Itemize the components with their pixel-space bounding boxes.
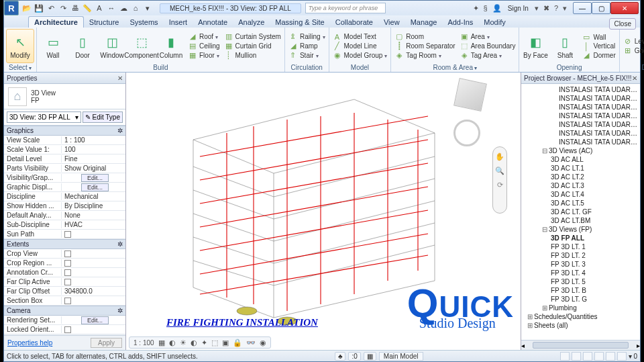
circ-ramp[interactable]: ◢Ramp — [287, 42, 327, 50]
sync-icon[interactable]: ☁ — [118, 3, 129, 13]
prop-row[interactable]: Sun Path — [4, 230, 125, 239]
tree-node[interactable]: INSTALASI TATA UDARA LT. 1 — [521, 85, 640, 94]
help-caret-icon[interactable]: ▾ — [561, 4, 568, 13]
help-icon[interactable]: ? — [553, 4, 559, 12]
room-area[interactable]: ▣Area — [458, 32, 517, 41]
text-icon[interactable]: A — [94, 3, 105, 13]
tree-node[interactable]: FP 3D LT. 3 — [521, 260, 640, 269]
maximize-button[interactable]: ▢ — [592, 2, 610, 14]
exchange-icon[interactable]: ✖ — [542, 4, 551, 13]
tree-node[interactable]: 3D AC LT. GF — [521, 208, 640, 216]
model-model-group[interactable]: ◉Model Group — [331, 51, 389, 60]
ribbon-close-button[interactable]: Close — [609, 18, 636, 30]
drag-elements-icon[interactable] — [606, 352, 615, 361]
project-browser-close-icon[interactable]: ✕ — [632, 75, 637, 82]
redo-icon[interactable]: ↷ — [58, 3, 68, 13]
filter-icon[interactable] — [617, 352, 627, 361]
tree-node[interactable]: 3D AC LT.3 — [521, 181, 640, 190]
window-button[interactable]: ◫Window — [98, 29, 126, 63]
properties-close-icon[interactable]: ✕ — [117, 75, 123, 82]
save-icon[interactable]: 💾 — [34, 3, 44, 13]
type-selector[interactable]: 3D View: 3D FP ALL▾ — [7, 111, 81, 123]
select-links-icon[interactable] — [560, 352, 570, 361]
tab-structure[interactable]: Structure — [84, 17, 125, 28]
tree-node[interactable]: 3D FP ALL — [521, 234, 640, 242]
tree-node[interactable]: 3D AC ALL — [521, 155, 640, 164]
prop-row[interactable]: Annotation Cr... — [4, 268, 125, 277]
prop-row[interactable]: Crop Region ... — [4, 259, 125, 268]
temp-hide-icon[interactable]: 👓 — [246, 338, 256, 347]
detail-level-icon[interactable]: ▦ — [158, 338, 165, 347]
prop-row[interactable]: Scale Value 1:100 — [4, 145, 125, 154]
edit-type-button[interactable]: ✎Edit Type — [83, 111, 123, 123]
reveal-icon[interactable]: ◉ — [260, 338, 266, 347]
select-underlay-icon[interactable] — [572, 352, 581, 361]
room-room-separator[interactable]: ┋Room Separator — [393, 42, 456, 50]
group-title-select[interactable]: Select — [9, 64, 32, 71]
select-face-icon[interactable] — [594, 352, 604, 361]
tab-manage[interactable]: Manage — [405, 17, 443, 28]
tab-systems[interactable]: Systems — [124, 17, 163, 28]
build-roof[interactable]: ◢Roof — [186, 32, 221, 41]
signin-caret-icon[interactable]: ▾ — [533, 4, 540, 13]
tree-node[interactable]: ⊞Plumbing — [521, 304, 640, 312]
user-icon[interactable]: 👤 — [491, 4, 503, 13]
build-ceiling[interactable]: ▤Ceiling — [186, 42, 221, 50]
tree-node[interactable]: 3D AC LT.1 — [521, 164, 640, 173]
tree-node[interactable]: ⊞Schedules/Quantities — [521, 312, 640, 321]
close-button[interactable]: ✕ — [610, 2, 639, 14]
build-curtain-grid[interactable]: ▦Curtain Grid — [223, 42, 282, 50]
group-title-room-area[interactable]: Room & Area — [433, 64, 478, 71]
build-curtain-system[interactable]: ▥Curtain System — [223, 32, 282, 41]
navigation-bar[interactable]: ✋🔍⟳ — [492, 146, 507, 214]
prop-row[interactable]: Detail LevelFine — [4, 154, 125, 164]
build-floor[interactable]: ▦Floor — [186, 51, 221, 60]
tab-view[interactable]: View — [378, 17, 405, 28]
tree-node[interactable]: ⊟3D Views (AC) — [521, 146, 640, 155]
tree-node[interactable]: INSTALASI TATA UDARA LT. 3 — [521, 103, 640, 111]
tree-node[interactable]: ⊞Sheets (all) — [521, 321, 640, 330]
prop-row[interactable]: Crop View — [4, 249, 125, 259]
open-dormer[interactable]: ◢Dormer — [580, 51, 616, 60]
build-mullion[interactable]: ┊Mullion — [223, 51, 282, 60]
column-button[interactable]: ▮Column — [157, 29, 185, 63]
prop-row[interactable]: Rendering Set...Edit... — [4, 316, 125, 325]
prop-row[interactable]: Locked Orient... — [4, 325, 125, 334]
app-menu-button[interactable]: R — [4, 1, 19, 15]
tab-analyze[interactable]: Analyze — [233, 17, 270, 28]
checkbox[interactable] — [64, 251, 71, 257]
wall-button[interactable]: ▭Wall — [39, 29, 67, 63]
edit-button[interactable]: Edit... — [81, 316, 109, 324]
tab-collaborate[interactable]: Collaborate — [330, 17, 378, 28]
circ-railing[interactable]: ⇭Railing — [287, 32, 327, 41]
by-face-button[interactable]: ◧By Face — [521, 29, 549, 63]
edit-button[interactable]: Edit... — [81, 174, 109, 182]
prop-row[interactable]: Section Box — [4, 296, 125, 306]
project-tree[interactable]: INSTALASI TATA UDARA LT. 1INSTALASI TATA… — [521, 84, 640, 340]
sign-in-link[interactable]: Sign In — [505, 5, 531, 12]
edit-button[interactable]: Edit... — [81, 183, 109, 191]
tree-node[interactable]: FP 3D LT. B — [521, 286, 640, 295]
prop-section-extents[interactable]: Extents✲ — [4, 239, 125, 249]
tree-node[interactable]: 3D AC LT.5 — [521, 199, 640, 208]
room-room[interactable]: ▢Room — [393, 32, 456, 41]
drawing-canvas[interactable]: ✋🔍⟳ FIRE FIGHTING INSTALLATION QUICK Stu… — [126, 73, 521, 350]
dim-icon[interactable]: ↔ — [106, 3, 117, 13]
tree-node[interactable]: FP 3D LT. G — [521, 295, 640, 304]
tree-node[interactable]: INSTALASI TATA UDARA LT. 2 — [521, 94, 640, 103]
open-vertical[interactable]: │Vertical — [580, 42, 616, 50]
prop-section-camera[interactable]: Camera✲ — [4, 306, 125, 316]
steering-wheel[interactable] — [453, 120, 480, 146]
tab-modify[interactable]: Modify — [478, 17, 511, 28]
view-cube[interactable] — [453, 78, 487, 111]
checkbox[interactable] — [64, 231, 71, 238]
prop-row[interactable]: Far Clip Active — [4, 277, 125, 287]
visual-style-icon[interactable]: ◐ — [169, 338, 176, 347]
tree-node[interactable]: FP 3D LT. 2 — [521, 251, 640, 260]
prop-row[interactable]: DisciplineMechanical — [4, 192, 125, 201]
prop-row[interactable]: Sub-DisciplineHVAC — [4, 220, 125, 230]
circ-stair[interactable]: ⇑Stair — [287, 51, 327, 60]
model-model-text[interactable]: AModel Text — [331, 33, 389, 41]
tree-node[interactable]: INSTALASI TATA UDARA LT. 4 — [521, 111, 640, 120]
tree-node[interactable]: 3D AC LT.BM — [521, 216, 640, 225]
